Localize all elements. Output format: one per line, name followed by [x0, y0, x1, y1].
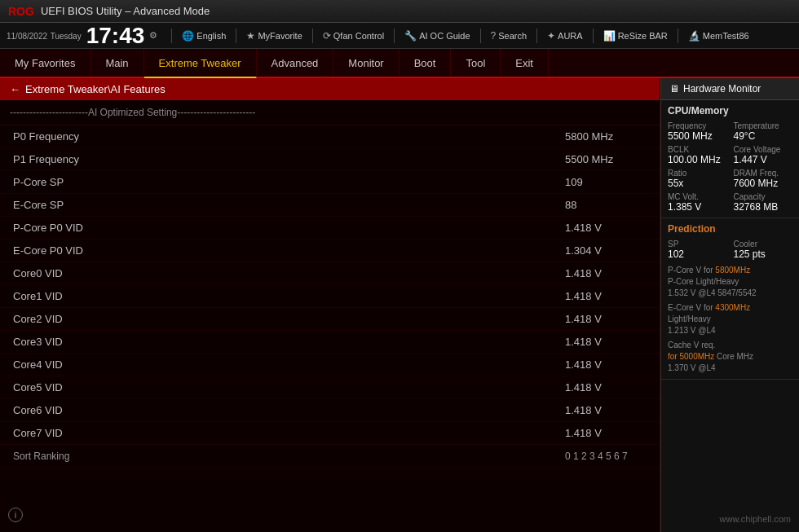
toolbar-resizebar[interactable]: 📊 ReSize BAR [599, 29, 672, 43]
setting-name: E-Core P0 VID [13, 244, 565, 257]
pcore-note: P-Core V for 5800MHz P-Core Light/Heavy … [668, 265, 792, 299]
prediction-grid: SP 102 Cooler 125 pts [668, 240, 792, 260]
back-arrow-icon[interactable]: ← [10, 83, 20, 95]
toolbar-divider [536, 29, 537, 43]
setting-value: 1.418 V [565, 381, 647, 394]
nav-advanced[interactable]: Advanced [257, 49, 334, 77]
toolbar-divider [171, 29, 172, 43]
globe-icon: 🌐 [182, 30, 194, 42]
right-panel: 🖥 Hardware Monitor CPU/Memory Frequency … [660, 78, 799, 532]
nav-monitor[interactable]: Monitor [333, 49, 399, 77]
setting-row[interactable]: Core4 VID 1.418 V [0, 354, 660, 376]
date: 11/08/2022 [7, 32, 47, 41]
setting-row[interactable]: E-Core P0 VID 1.304 V [0, 240, 660, 262]
setting-row[interactable]: Core2 VID 1.418 V [0, 308, 660, 331]
setting-row[interactable]: P0 Frequency 5800 MHz [0, 125, 660, 148]
mc-volt-label: MC Volt. [668, 192, 727, 201]
date-display: 11/08/2022 Tuesday [7, 29, 82, 42]
pcore-v-freq: 5800MHz [715, 266, 750, 275]
nav-extreme-tweaker[interactable]: Extreme Tweaker [144, 49, 257, 78]
pcore-v-detail2: 5847/5542 [717, 288, 756, 297]
core-voltage-cell: Core Voltage 1.447 V [734, 145, 793, 165]
toolbar-divider [312, 29, 313, 43]
toolbar-divider [593, 29, 594, 43]
setting-row[interactable]: Core1 VID 1.418 V [0, 285, 660, 308]
setting-value: 1.418 V [565, 336, 647, 348]
setting-value: 88 [565, 199, 647, 211]
left-panel: ← Extreme Tweaker\AI Features ----------… [0, 78, 660, 532]
setting-name: P1 Frequency [13, 153, 565, 165]
setting-value: 1.418 V [565, 267, 647, 279]
rog-logo: ROG [8, 5, 34, 18]
settings-icon[interactable]: ⚙ [149, 30, 157, 41]
toolbar-divider [394, 29, 395, 43]
bclk-label: BCLK [668, 145, 727, 154]
mc-volt-cell: MC Volt. 1.385 V [668, 192, 727, 213]
frequency-cell: Frequency 5500 MHz [668, 121, 727, 142]
setting-name: Core2 VID [13, 313, 565, 325]
sp-value: 102 [668, 248, 727, 260]
cooler-cell: Cooler 125 pts [734, 240, 793, 260]
setting-value: 1.418 V [565, 358, 647, 371]
hw-monitor-title: 🖥 Hardware Monitor [661, 78, 799, 100]
title-bar: ROG UEFI BIOS Utility – Advanced Mode [0, 0, 799, 23]
ecore-v-detail-label: Light/Heavy [668, 314, 711, 323]
setting-row[interactable]: P1 Frequency 5500 MHz [0, 148, 660, 171]
setting-row[interactable]: P-Core P0 VID 1.418 V [0, 217, 660, 240]
setting-row[interactable]: Core7 VID 1.418 V [0, 422, 660, 445]
setting-name: P-Core SP [13, 176, 565, 188]
ecore-v-freq: 4300MHz [715, 303, 750, 312]
setting-name: E-Core SP [13, 199, 565, 211]
nav-my-favorites[interactable]: My Favorites [0, 49, 90, 77]
setting-name: Core3 VID [13, 336, 565, 348]
nav-exit[interactable]: Exit [501, 49, 549, 77]
pcore-v-detail-label: P-Core Light/Heavy [668, 277, 739, 286]
cache-v-freq2: Core MHz [717, 352, 753, 361]
setting-row[interactable]: Core0 VID 1.418 V [0, 262, 660, 285]
setting-value: 1.304 V [565, 244, 647, 257]
sp-label: SP [668, 240, 727, 248]
time-display: 17:43 [86, 24, 145, 47]
bclk-value: 100.00 MHz [668, 154, 727, 165]
setting-row[interactable]: Core5 VID 1.418 V [0, 376, 660, 399]
nav-boot[interactable]: Boot [400, 49, 452, 77]
info-icon[interactable]: i [8, 508, 23, 522]
toolbar-qfan[interactable]: ⟳ Qfan Control [319, 29, 388, 43]
toolbar-english[interactable]: 🌐 English [178, 29, 230, 43]
ecore-v-label: E-Core V for [668, 303, 713, 312]
nav-tool[interactable]: Tool [451, 49, 501, 77]
memtest-icon: 🔬 [688, 30, 700, 42]
breadcrumb: ← Extreme Tweaker\AI Features [0, 78, 660, 100]
setting-row[interactable]: Sort Ranking 0 1 2 3 4 5 6 7 [0, 445, 660, 468]
star-icon: ★ [246, 30, 255, 42]
temperature-label: Temperature [734, 121, 793, 130]
main-nav: My Favorites Main Extreme Tweaker Advanc… [0, 49, 799, 78]
core-voltage-label: Core Voltage [734, 145, 793, 154]
ratio-label: Ratio [668, 169, 727, 178]
setting-name: P-Core P0 VID [13, 222, 565, 234]
sp-cell: SP 102 [668, 240, 727, 260]
nav-main[interactable]: Main [90, 49, 143, 77]
setting-name: P0 Frequency [13, 130, 565, 143]
setting-value: 5500 MHz [565, 153, 647, 165]
cache-note: Cache V req. for 5000MHz Core MHz 1.370 … [668, 340, 792, 374]
setting-row[interactable]: Core6 VID 1.418 V [0, 399, 660, 422]
resize-icon: 📊 [603, 30, 616, 42]
setting-row[interactable]: E-Core SP 88 [0, 194, 660, 217]
toolbar-divider [480, 29, 481, 43]
setting-row[interactable]: P-Core SP 109 [0, 171, 660, 194]
toolbar-aura[interactable]: ✦ AURA [543, 29, 587, 43]
toolbar-aioc[interactable]: 🔧 AI OC Guide [400, 29, 474, 43]
dram-freq-value: 7600 MHz [734, 178, 793, 189]
ratio-cell: Ratio 55x [668, 169, 727, 189]
watermark: www.chiphell.com [720, 514, 791, 524]
toolbar-search[interactable]: ? Search [487, 29, 532, 43]
toolbar-memtest[interactable]: 🔬 MemTest86 [684, 29, 753, 43]
setting-row[interactable]: Core3 VID 1.418 V [0, 331, 660, 354]
toolbar-myfavorite[interactable]: ★ MyFavorite [242, 29, 306, 43]
setting-name: Core1 VID [13, 290, 565, 302]
capacity-value: 32768 MB [734, 201, 793, 213]
cpu-memory-section: CPU/Memory Frequency 5500 MHz Temperatur… [661, 100, 799, 218]
setting-name: Core7 VID [13, 427, 565, 439]
setting-name: Core0 VID [13, 267, 565, 279]
